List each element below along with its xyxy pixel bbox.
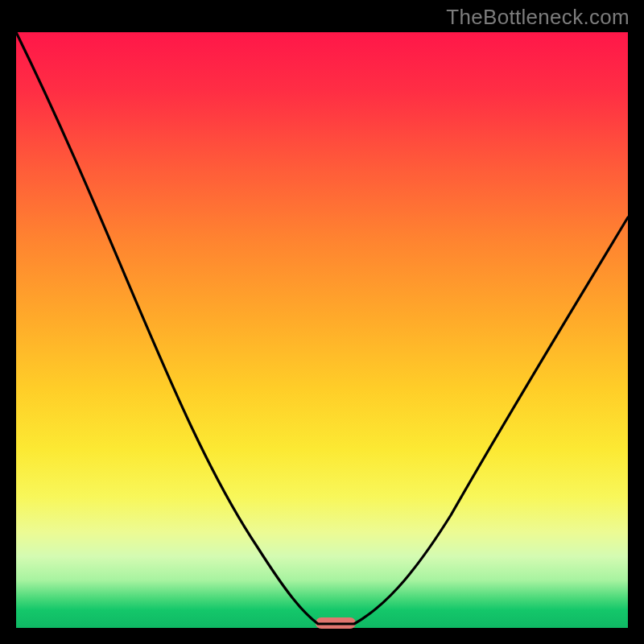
- bottleneck-curve: [16, 32, 628, 628]
- curve-path: [16, 32, 628, 624]
- watermark-text: TheBottleneck.com: [446, 5, 630, 30]
- plot-area: [16, 32, 628, 628]
- chart-frame: TheBottleneck.com: [0, 0, 644, 644]
